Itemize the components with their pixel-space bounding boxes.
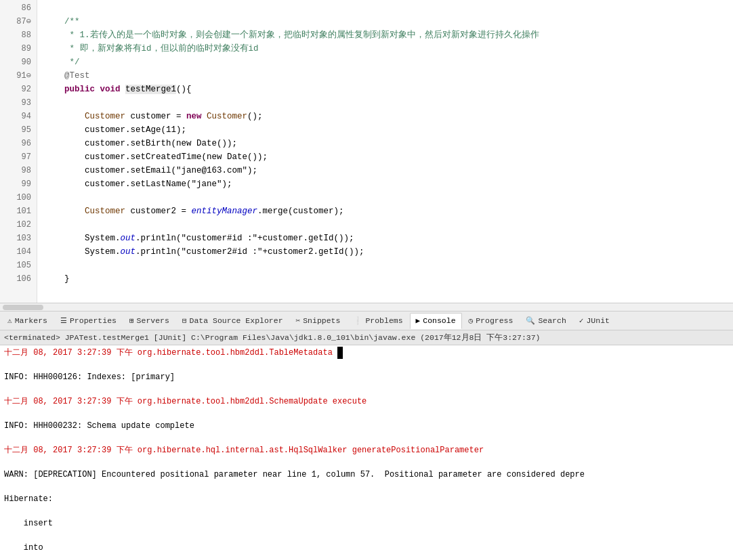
line-number: 106 bbox=[0, 272, 31, 286]
code-line: customer.setBirth(new Date()); bbox=[44, 137, 733, 150]
horizontal-scrollbar[interactable] bbox=[0, 303, 733, 311]
line-number: 98 bbox=[0, 164, 31, 177]
tab-search[interactable]: 🔍Search bbox=[520, 313, 572, 329]
console-line: 十二月 08, 2017 3:27:39 下午 org.hibernate.hq… bbox=[4, 444, 729, 456]
line-number: 101 bbox=[0, 204, 31, 218]
console-line: INFO: HHH000232: Schema update complete bbox=[4, 420, 729, 432]
line-number: 97 bbox=[0, 150, 31, 164]
search-tab-label: Search bbox=[538, 316, 566, 325]
code-line bbox=[44, 96, 733, 110]
markers-tab-icon: ⚠ bbox=[7, 316, 12, 325]
line-number: 104 bbox=[0, 245, 31, 259]
code-line: * 即，新对象将有id，但以前的临时对象没有id bbox=[44, 42, 733, 56]
progress-tab-icon: ◷ bbox=[469, 316, 474, 325]
tab-progress[interactable]: ◷Progress bbox=[463, 313, 520, 329]
properties-tab-icon: ☰ bbox=[60, 316, 67, 325]
line-number: 99 bbox=[0, 177, 31, 191]
junit-tab-icon: ✓ bbox=[579, 316, 584, 325]
line-number: 90 bbox=[0, 56, 31, 69]
code-line: */ bbox=[44, 56, 733, 69]
search-tab-icon: 🔍 bbox=[526, 316, 535, 325]
code-line: @Test bbox=[44, 69, 733, 83]
line-number: 92 bbox=[0, 83, 31, 96]
line-number: 94 bbox=[0, 110, 31, 123]
code-line bbox=[44, 1, 733, 15]
progress-tab-label: Progress bbox=[476, 316, 513, 325]
terminated-status: <terminated> JPATest.testMerge1 [JUnit] … bbox=[4, 332, 541, 343]
line-number: 89 bbox=[0, 42, 31, 56]
line-number: 88 bbox=[0, 28, 31, 42]
datasource-tab-icon: ⊟ bbox=[182, 316, 187, 325]
tab-console[interactable]: ▶Console bbox=[410, 313, 462, 329]
code-line: System.out.println("customer2#id :"+cust… bbox=[44, 245, 733, 259]
console-line: 十二月 08, 2017 3:27:39 下午 org.hibernate.to… bbox=[4, 347, 729, 359]
code-line bbox=[44, 259, 733, 272]
code-line: public void testMerge1(){ bbox=[44, 83, 733, 96]
line-number: 96 bbox=[0, 137, 31, 150]
code-line: } bbox=[44, 272, 733, 286]
line-number: 100 bbox=[0, 191, 31, 204]
bottom-panel: ⚠Markers☰Properties⊞Servers⊟Data Source … bbox=[0, 311, 733, 560]
problems-tab-label: Problems bbox=[365, 316, 402, 325]
code-line: System.out.println("customer#id :"+custo… bbox=[44, 232, 733, 245]
junit-tab-label: JUnit bbox=[586, 316, 610, 325]
code-line: customer.setLastName("jane"); bbox=[44, 177, 733, 191]
console-tab-label: Console bbox=[423, 316, 455, 325]
snippets-tab-label: Snippets bbox=[303, 316, 340, 325]
line-number: 91⊖ bbox=[0, 69, 31, 83]
line-number: 103 bbox=[0, 232, 31, 245]
code-editor: 8687⊖88899091⊖92939495969798991001011021… bbox=[0, 0, 733, 311]
line-number: 87⊖ bbox=[0, 15, 31, 28]
code-line: customer.setAge(11); bbox=[44, 123, 733, 137]
tab-snippets[interactable]: ✂Snippets bbox=[290, 313, 347, 329]
problems-tab-icon: ❕ bbox=[353, 316, 362, 325]
properties-tab-label: Properties bbox=[70, 316, 117, 325]
code-line: /** bbox=[44, 15, 733, 28]
code-content[interactable]: /** * 1.若传入的是一个临时对象，则会创建一个新对象，把临时对象的属性复制… bbox=[37, 0, 733, 303]
line-number: 93 bbox=[0, 96, 31, 110]
code-line: Customer customer2 = entityManager.merge… bbox=[44, 204, 733, 218]
console-line: INFO: HHH000126: Indexes: [primary] bbox=[4, 371, 729, 383]
console-line: into bbox=[4, 542, 729, 554]
code-line: * 1.若传入的是一个临时对象，则会创建一个新对象，把临时对象的属性复制到新对象… bbox=[44, 28, 733, 42]
tab-bar: ⚠Markers☰Properties⊞Servers⊟Data Source … bbox=[0, 311, 733, 330]
code-line bbox=[44, 218, 733, 232]
code-line bbox=[44, 191, 733, 204]
line-numbers: 8687⊖88899091⊖92939495969798991001011021… bbox=[0, 0, 37, 303]
tab-junit[interactable]: ✓JUnit bbox=[573, 313, 616, 329]
code-line: customer.setCreatedTime(new Date()); bbox=[44, 150, 733, 164]
console-line: WARN: [DEPRECATION] Encountered position… bbox=[4, 469, 729, 481]
line-number: 95 bbox=[0, 123, 31, 137]
snippets-tab-icon: ✂ bbox=[296, 316, 301, 325]
console-line: insert bbox=[4, 517, 729, 530]
servers-tab-label: Servers bbox=[137, 316, 169, 325]
servers-tab-icon: ⊞ bbox=[129, 316, 134, 325]
tab-servers[interactable]: ⊞Servers bbox=[123, 313, 175, 329]
tab-markers[interactable]: ⚠Markers bbox=[1, 313, 54, 329]
console-line: Hibernate: bbox=[4, 493, 729, 505]
line-number: 105 bbox=[0, 259, 31, 272]
tab-datasource[interactable]: ⊟Data Source Explorer bbox=[176, 313, 289, 329]
code-line: Customer customer = new Customer(); bbox=[44, 110, 733, 123]
console-line: 十二月 08, 2017 3:27:39 下午 org.hibernate.to… bbox=[4, 395, 729, 408]
console-output[interactable]: 十二月 08, 2017 3:27:39 下午 org.hibernate.to… bbox=[0, 345, 733, 560]
datasource-tab-label: Data Source Explorer bbox=[190, 316, 283, 325]
tab-properties[interactable]: ☰Properties bbox=[54, 313, 123, 329]
line-number: 86 bbox=[0, 1, 31, 15]
code-line: customer.setEmail("jane@163.com"); bbox=[44, 164, 733, 177]
console-status: <terminated> JPATest.testMerge1 [JUnit] … bbox=[0, 330, 733, 345]
console-tab-icon: ▶ bbox=[416, 316, 421, 325]
tab-problems[interactable]: ❕Problems bbox=[347, 313, 409, 329]
markers-tab-label: Markers bbox=[15, 316, 47, 325]
line-number: 102 bbox=[0, 218, 31, 232]
